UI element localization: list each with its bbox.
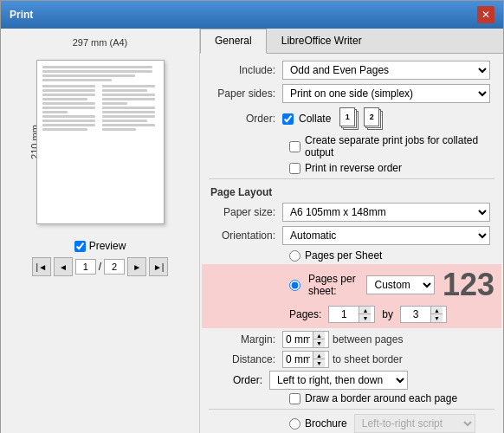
brochure-container: Brochure [209, 417, 347, 430]
collate-icons: 1 2 [339, 107, 384, 130]
to-sheet-border-label: to sheet border [333, 353, 403, 365]
paper-number: 2 [364, 107, 379, 126]
order-collate-row: Order: Collate 1 [209, 107, 494, 130]
big-123-label: 123 [443, 267, 494, 303]
two-col [42, 85, 158, 131]
margin-label: Margin: [209, 333, 282, 346]
margin-spinbox-buttons: ▲ ▼ [313, 332, 325, 347]
distance-decrement-button[interactable]: ▼ [313, 359, 325, 367]
by-decrement-button[interactable]: ▼ [430, 314, 443, 322]
orientation-select[interactable]: Automatic [282, 226, 490, 245]
settings-panel: General LibreOffice Writer Include: Odd … [200, 29, 503, 433]
create-separate-checkbox[interactable] [289, 141, 300, 152]
paper-size-select[interactable]: A6 105mm x 148mm [282, 203, 490, 222]
collate-container: Collate 1 2 [282, 107, 384, 130]
pages-per-sheet-label[interactable]: Pages per Sheet [305, 249, 382, 262]
text-line [102, 128, 136, 131]
text-line [42, 107, 96, 109]
order2-select[interactable]: Left to right, then down [269, 371, 408, 390]
text-line [42, 128, 87, 131]
prev-page-button[interactable]: ◄ [54, 257, 73, 276]
by-spinbox[interactable]: ▲ ▼ [400, 306, 447, 323]
text-line [42, 111, 68, 113]
reverse-order-checkbox[interactable] [289, 163, 300, 174]
text-line [102, 94, 156, 96]
margin-increment-button[interactable]: ▲ [313, 332, 325, 339]
preview-checkbox-row: Preview [74, 240, 126, 252]
preview-checkbox-label[interactable]: Preview [89, 240, 126, 252]
reverse-order-row: Print in reverse order [209, 162, 494, 174]
divider [209, 178, 494, 179]
include-select[interactable]: Odd and Even Pages [282, 61, 490, 80]
by-increment-button[interactable]: ▲ [430, 307, 443, 314]
col-lines [102, 85, 158, 131]
tab-content-general: Include: Odd and Even Pages Paper sides:… [200, 54, 503, 433]
text-line [42, 66, 152, 68]
pages-increment-button[interactable]: ▲ [359, 307, 371, 314]
current-page-indicator: 1 [75, 259, 96, 275]
last-page-button[interactable]: ►| [149, 257, 168, 276]
distance-increment-button[interactable]: ▲ [313, 352, 325, 359]
text-line [42, 102, 96, 105]
text-line [42, 70, 152, 73]
brochure-label[interactable]: Brochure [305, 417, 347, 430]
dialog-title: Print [10, 9, 33, 21]
page-separator: / [99, 261, 101, 273]
paper-size-label: Paper size: [209, 206, 282, 218]
pages-per-sheet-label-radio[interactable] [289, 250, 300, 262]
pages-spinbox[interactable]: ▲ ▼ [328, 306, 375, 323]
margin-input[interactable] [283, 333, 313, 346]
reverse-order-label[interactable]: Print in reverse order [305, 162, 402, 174]
text-line [102, 102, 127, 105]
margin-spinbox[interactable]: ▲ ▼ [282, 331, 329, 348]
text-line [102, 107, 156, 109]
dialog-body: 297 mm (A4) 210 mm [1, 29, 503, 433]
distance-spinbox[interactable]: ▲ ▼ [282, 351, 329, 368]
text-line [102, 111, 156, 113]
next-page-button[interactable]: ► [127, 257, 146, 276]
page-text-lines [42, 66, 158, 81]
pages-label: Pages: [289, 308, 321, 320]
text-line [102, 124, 156, 126]
divider2 [209, 409, 494, 410]
order2-row: Order: Left to right, then down [209, 371, 494, 390]
text-line [42, 115, 96, 118]
close-button[interactable]: ✕ [477, 6, 494, 23]
preview-checkbox[interactable] [74, 241, 86, 252]
pages-per-sheet-row: Pages per sheet: Custom 123 [209, 267, 494, 303]
brochure-radio[interactable] [289, 418, 300, 430]
collate-checkbox[interactable] [282, 113, 294, 125]
text-line [42, 89, 96, 92]
text-line [42, 85, 96, 87]
draw-border-label[interactable]: Draw a border around each page [305, 392, 457, 404]
pages-value-input[interactable] [329, 307, 359, 321]
pages-per-sheet-radio[interactable] [289, 280, 300, 291]
pages-per-sheet-select[interactable]: Custom [366, 275, 434, 294]
draw-border-checkbox[interactable] [289, 393, 300, 404]
preview-nav: Preview [74, 231, 126, 255]
paper-sides-label: Paper sides: [209, 87, 282, 100]
pages-input-row: Pages: ▲ ▼ by ▲ [289, 306, 494, 323]
distance-input[interactable] [283, 352, 313, 366]
tab-general[interactable]: General [200, 29, 267, 54]
order2-label: Order: [209, 374, 269, 386]
margin-decrement-button[interactable]: ▼ [313, 339, 325, 347]
paper-size-row: Paper size: A6 105mm x 148mm [209, 203, 494, 222]
text-line [102, 98, 156, 100]
create-separate-label[interactable]: Create separate print jobs for collated … [305, 134, 494, 158]
distance-label: Distance: [209, 353, 282, 365]
paper-sides-select[interactable]: Print on one side (simplex) [282, 84, 490, 103]
by-value-input[interactable] [401, 307, 430, 321]
text-line [42, 120, 96, 122]
collate-label[interactable]: Collate [299, 113, 331, 125]
pages-decrement-button[interactable]: ▼ [359, 314, 371, 322]
first-page-button[interactable]: |◄ [32, 257, 51, 276]
tab-bar: General LibreOffice Writer [200, 29, 503, 54]
brochure-script-select: Left-to-right script [354, 414, 475, 433]
text-line [42, 79, 112, 81]
page-width-label: 297 mm (A4) [73, 37, 128, 48]
include-label: Include: [209, 64, 282, 76]
order-label: Order: [209, 113, 282, 125]
pages-per-sheet-radio-label[interactable]: Pages per sheet: [308, 273, 357, 297]
tab-writer[interactable]: LibreOffice Writer [267, 29, 377, 53]
